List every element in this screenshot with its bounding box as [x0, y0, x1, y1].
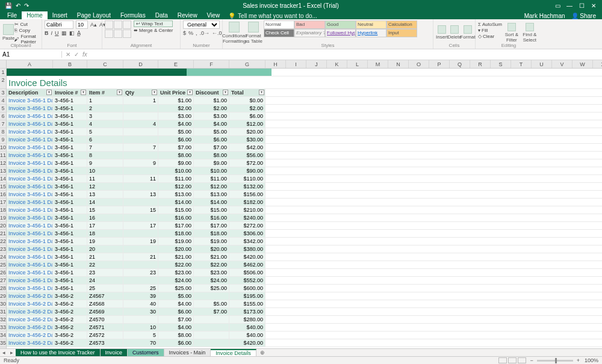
copy-button[interactable]: ⎘ Copy: [14, 28, 39, 33]
column-header-V[interactable]: V: [552, 60, 573, 68]
cell[interactable]: Invoice 3-456-1 Data 14: [7, 199, 53, 206]
cell[interactable]: Invoice 3-456-1 Data 24: [7, 277, 53, 284]
cell[interactable]: $2.00: [229, 105, 265, 112]
cell[interactable]: $2.00: [158, 105, 194, 112]
cell[interactable]: $110.00: [229, 175, 265, 182]
cell[interactable]: 13: [87, 191, 123, 198]
filter-dropdown-icon[interactable]: ▾: [223, 90, 228, 95]
format-as-table-button[interactable]: Format as Table: [244, 20, 262, 45]
filter-dropdown-icon[interactable]: ▾: [81, 90, 86, 95]
row-header[interactable]: 14: [0, 175, 6, 183]
cell[interactable]: Invoice 3-456-1 Data 12: [7, 183, 53, 190]
row-header[interactable]: 25: [0, 261, 6, 269]
filter-dropdown-icon[interactable]: ▾: [259, 90, 264, 95]
table-header-discount[interactable]: Discount▾: [194, 89, 229, 96]
cell[interactable]: $1.00: [158, 97, 194, 104]
row-header[interactable]: 13: [0, 167, 6, 175]
cell[interactable]: [123, 261, 158, 268]
cell[interactable]: 3-456-1: [53, 206, 87, 214]
column-header-L[interactable]: L: [347, 60, 368, 68]
row-header[interactable]: 3: [0, 89, 6, 97]
cell[interactable]: 3-456-1: [53, 261, 87, 268]
sort-filter-button[interactable]: Sort & Filter: [503, 20, 520, 45]
cell[interactable]: [194, 292, 229, 300]
filter-dropdown-icon[interactable]: ▾: [152, 90, 157, 95]
cell[interactable]: $600.00: [229, 285, 265, 292]
cell[interactable]: $5.00: [158, 128, 194, 135]
cell[interactable]: 14: [87, 199, 123, 206]
cell[interactable]: 9: [87, 159, 123, 167]
style-explanatory[interactable]: Explanatory T...: [294, 29, 325, 37]
cell[interactable]: $15.00: [194, 206, 229, 214]
cell[interactable]: $23.00: [158, 269, 194, 276]
percent-button[interactable]: %: [188, 30, 193, 36]
cell[interactable]: 3-456-1: [53, 113, 87, 120]
cell[interactable]: $380.00: [229, 245, 265, 253]
cell[interactable]: Invoice 3-456-1 Data 22: [7, 261, 53, 268]
cell[interactable]: Invoice 3-456-2 Data 5: [7, 324, 53, 331]
row-header[interactable]: 33: [0, 324, 6, 332]
find-select-button[interactable]: Find & Select: [521, 20, 538, 45]
cell[interactable]: $10.00: [194, 167, 229, 174]
underline-button[interactable]: U: [55, 30, 59, 36]
cell[interactable]: $210.00: [229, 206, 265, 214]
cell[interactable]: $195.00: [229, 292, 265, 300]
merge-center-button[interactable]: ⬌ Merge & Center: [134, 28, 173, 33]
column-header-B[interactable]: B: [53, 60, 87, 68]
row-header[interactable]: 26: [0, 269, 6, 277]
row-header[interactable]: 31: [0, 308, 6, 316]
cell[interactable]: [194, 316, 229, 323]
cell[interactable]: 2: [87, 105, 123, 112]
tell-me[interactable]: 💡 Tell me what you want to do...: [228, 13, 317, 19]
cell[interactable]: 4: [123, 120, 158, 128]
cell[interactable]: 3-456-2: [53, 339, 87, 347]
tab-data[interactable]: Data: [150, 11, 173, 19]
cell[interactable]: [123, 167, 158, 174]
row-header[interactable]: 4: [0, 97, 6, 105]
cancel-formula-icon[interactable]: ✕: [66, 51, 70, 58]
cell[interactable]: $8.00: [194, 152, 229, 159]
cell[interactable]: 3-456-1: [53, 230, 87, 237]
cell[interactable]: 15: [87, 206, 123, 214]
cell[interactable]: Invoice 3-456-1 Data 2: [7, 105, 53, 112]
cell[interactable]: 8: [87, 152, 123, 159]
cell[interactable]: 3-456-1: [53, 269, 87, 276]
column-header-K[interactable]: K: [327, 60, 347, 68]
cell[interactable]: $22.00: [158, 261, 194, 268]
cell[interactable]: 24: [87, 277, 123, 284]
enter-formula-icon[interactable]: ✓: [74, 51, 79, 58]
cell[interactable]: [123, 277, 158, 284]
cell[interactable]: $173.00: [229, 308, 265, 315]
row-header[interactable]: 30: [0, 300, 6, 308]
cell[interactable]: $7.00: [194, 144, 229, 151]
cell[interactable]: [123, 105, 158, 112]
cell[interactable]: $21.00: [158, 253, 194, 261]
cell[interactable]: 3-456-2: [53, 332, 87, 339]
cell[interactable]: 3-456-1: [53, 285, 87, 292]
zoom-out-button[interactable]: −: [530, 357, 533, 363]
cell[interactable]: Invoice 3-456-1 Data 5: [7, 128, 53, 135]
fill-button[interactable]: ▾ Fill: [478, 28, 502, 33]
decrease-decimal-button[interactable]: ←.0: [212, 30, 222, 36]
cell[interactable]: $56.00: [229, 152, 265, 159]
zoom-in-button[interactable]: +: [577, 357, 580, 363]
cell[interactable]: Invoice 3-456-1 Data 15: [7, 206, 53, 214]
style-good[interactable]: Good: [325, 20, 356, 29]
cell[interactable]: Invoice 3-456-1 Data 11: [7, 175, 53, 182]
column-header-P[interactable]: P: [429, 60, 450, 68]
column-header-M[interactable]: M: [368, 60, 388, 68]
save-icon[interactable]: 💾: [5, 2, 12, 9]
cell[interactable]: [123, 136, 158, 143]
cell[interactable]: $9.00: [194, 159, 229, 167]
column-header-J[interactable]: J: [306, 60, 327, 68]
font-size-input[interactable]: [76, 20, 88, 29]
page-break-view-button[interactable]: [518, 357, 526, 363]
cell[interactable]: 3-456-1: [53, 183, 87, 190]
cell[interactable]: 3-456-1: [53, 277, 87, 284]
cell[interactable]: 23: [123, 269, 158, 276]
user-name[interactable]: Mark Hachman: [524, 13, 565, 19]
column-header-H[interactable]: H: [265, 60, 286, 68]
column-header-D[interactable]: D: [123, 60, 158, 68]
cell[interactable]: [194, 339, 229, 347]
cell[interactable]: 25: [123, 285, 158, 292]
